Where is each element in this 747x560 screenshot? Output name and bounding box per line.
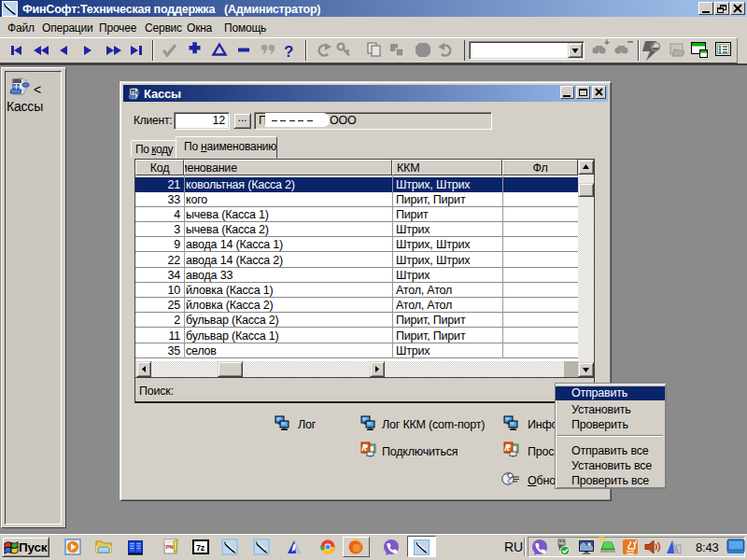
svg-text:PN: PN — [166, 544, 174, 550]
svg-text:+: + — [604, 37, 610, 48]
svg-text:7z: 7z — [196, 543, 205, 553]
svg-text:?: ? — [284, 43, 293, 61]
